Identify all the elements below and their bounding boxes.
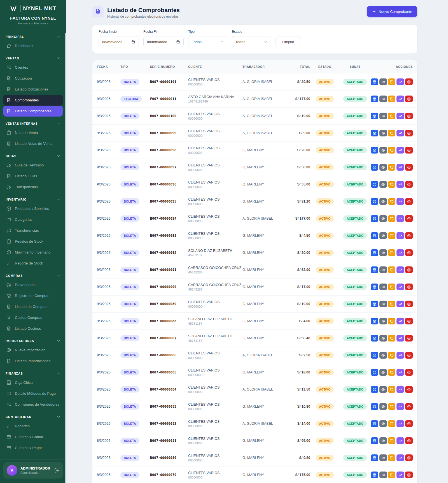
- cancel-button[interactable]: [405, 113, 413, 119]
- sidebar-item-listado-cotizaciones[interactable]: Listado Cotizaciones: [3, 84, 63, 95]
- view-button[interactable]: [379, 420, 387, 427]
- sidebar-section-label[interactable]: IMPORTACIONES: [6, 339, 60, 343]
- calendar-icon[interactable]: [176, 40, 180, 44]
- cancel-button[interactable]: [405, 130, 413, 136]
- view-button[interactable]: [379, 301, 387, 307]
- cancel-button[interactable]: [405, 147, 413, 154]
- view-button[interactable]: [379, 215, 387, 222]
- sidebar-item-reporte-de-stock[interactable]: Reporte de Stock: [3, 258, 63, 269]
- user-card[interactable]: A ADMINISTRADOR Administrador: [3, 462, 63, 479]
- trend-button[interactable]: [396, 113, 404, 119]
- sidebar-item-registro-de-compras[interactable]: Registro de Compras: [3, 290, 63, 301]
- cancel-button[interactable]: [405, 215, 413, 222]
- new-comprobante-button[interactable]: Nuevo Comprobante: [367, 6, 417, 17]
- sidebar-item-detalle-m-todos-de-pago[interactable]: Detalle Métodos de Pago: [3, 388, 63, 399]
- sidebar-item-transportistas[interactable]: Transportistas: [3, 182, 63, 192]
- view-button[interactable]: [379, 472, 387, 478]
- print-button[interactable]: [371, 232, 378, 239]
- sidebar-item-comprobantes[interactable]: Comprobantes: [3, 95, 63, 106]
- view-button[interactable]: [379, 266, 387, 273]
- undo-button[interactable]: [388, 113, 396, 119]
- sidebar-item-nota-de-venta[interactable]: Nota de Venta: [3, 127, 63, 138]
- print-button[interactable]: [371, 198, 378, 205]
- print-button[interactable]: [371, 215, 378, 222]
- calendar-icon[interactable]: [131, 40, 135, 44]
- sidebar-item-reportes[interactable]: Reportes: [3, 421, 63, 431]
- sidebar-scrollbar[interactable]: [65, 33, 66, 483]
- fecha-fin-input[interactable]: dd/mm/aaaa: [143, 36, 184, 47]
- undo-button[interactable]: [388, 454, 396, 461]
- sidebar-section-label[interactable]: GUIAS: [6, 154, 60, 158]
- trend-button[interactable]: [396, 284, 404, 290]
- trend-button[interactable]: [396, 403, 404, 410]
- view-button[interactable]: [379, 96, 387, 102]
- print-button[interactable]: [371, 454, 378, 461]
- print-button[interactable]: [371, 96, 378, 102]
- undo-button[interactable]: [388, 352, 396, 359]
- sidebar-item-listado-notas-de-venta[interactable]: Listado Notas de Venta: [3, 138, 63, 149]
- cancel-button[interactable]: [405, 232, 413, 239]
- sidebar-section-label[interactable]: FINANZAS: [6, 371, 60, 375]
- sidebar-item-caja-chica[interactable]: Caja Chica: [3, 377, 63, 388]
- print-button[interactable]: [371, 266, 378, 273]
- undo-button[interactable]: [388, 130, 396, 136]
- trend-button[interactable]: [396, 147, 404, 154]
- print-button[interactable]: [371, 335, 378, 342]
- trend-button[interactable]: [396, 198, 404, 205]
- undo-button[interactable]: [388, 335, 396, 342]
- undo-button[interactable]: [388, 181, 396, 188]
- sidebar-item-listado-importaciones[interactable]: Listado Importaciones: [3, 356, 63, 366]
- cancel-button[interactable]: [405, 301, 413, 307]
- cancel-button[interactable]: [405, 420, 413, 427]
- trend-button[interactable]: [396, 335, 404, 342]
- view-button[interactable]: [379, 181, 387, 188]
- sidebar-item-costeo-compras[interactable]: Costeo Compras: [3, 312, 63, 323]
- undo-button[interactable]: [388, 147, 396, 154]
- sidebar-item-pedidos-de-stock[interactable]: Pedidos de Stock: [3, 236, 63, 247]
- sidebar-item-movimiento-inventario[interactable]: Movimiento Inventario: [3, 247, 63, 258]
- trend-button[interactable]: [396, 318, 404, 324]
- trend-button[interactable]: [396, 78, 404, 85]
- print-button[interactable]: [371, 369, 378, 376]
- view-button[interactable]: [379, 147, 387, 154]
- view-button[interactable]: [379, 318, 387, 324]
- cancel-button[interactable]: [405, 386, 413, 393]
- view-button[interactable]: [379, 369, 387, 376]
- trend-button[interactable]: [396, 301, 404, 307]
- cancel-button[interactable]: [405, 181, 413, 188]
- trend-button[interactable]: [396, 215, 404, 222]
- sidebar-item-proveedores[interactable]: Proveedores: [3, 279, 63, 290]
- print-button[interactable]: [371, 318, 378, 324]
- sidebar-item-transferencias[interactable]: Transferencias: [3, 225, 63, 236]
- sidebar-item-guia-de-remision[interactable]: Guia de Remision: [3, 160, 63, 171]
- print-button[interactable]: [371, 130, 378, 136]
- trend-button[interactable]: [396, 232, 404, 239]
- undo-button[interactable]: [388, 420, 396, 427]
- sidebar-item-nueva-importacion[interactable]: Nueva Importacion: [3, 345, 63, 356]
- sidebar-section-label[interactable]: PRINCIPAL: [6, 35, 60, 39]
- view-button[interactable]: [379, 284, 387, 290]
- print-button[interactable]: [371, 78, 378, 85]
- sidebar-item-listado-guias[interactable]: Listado Guias: [3, 171, 63, 182]
- cancel-button[interactable]: [405, 352, 413, 359]
- sidebar-item-comisiones-de-vendedores[interactable]: Comisiones de Vendedores: [3, 399, 63, 410]
- sidebar-item-productos-servicios[interactable]: Productos / Servicios: [3, 203, 63, 214]
- trend-button[interactable]: [396, 352, 404, 359]
- view-button[interactable]: [379, 437, 387, 444]
- trend-button[interactable]: [396, 266, 404, 273]
- sidebar-item-categorias[interactable]: Categorias: [3, 214, 63, 225]
- view-button[interactable]: [379, 113, 387, 119]
- cancel-button[interactable]: [405, 266, 413, 273]
- cancel-button[interactable]: [405, 369, 413, 376]
- trend-button[interactable]: [396, 454, 404, 461]
- sidebar-item-listado-comprobantes[interactable]: Listado Comprobantes: [3, 106, 63, 117]
- undo-button[interactable]: [388, 232, 396, 239]
- sidebar-section-label[interactable]: VENTAS INTERNAS: [6, 122, 60, 126]
- sidebar-section-label[interactable]: INVENTARIO: [6, 198, 60, 201]
- print-button[interactable]: [371, 352, 378, 359]
- trend-button[interactable]: [396, 164, 404, 171]
- cancel-button[interactable]: [405, 403, 413, 410]
- trend-button[interactable]: [396, 420, 404, 427]
- trend-button[interactable]: [396, 437, 404, 444]
- print-button[interactable]: [371, 181, 378, 188]
